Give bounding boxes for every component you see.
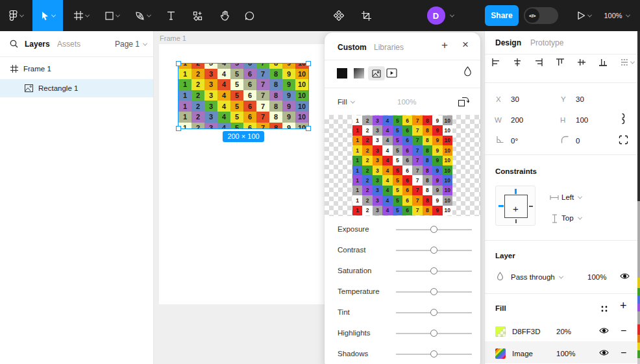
distribute-menu-icon[interactable] (620, 58, 634, 67)
panel-tab-libraries[interactable]: Libraries (374, 43, 404, 52)
width-input[interactable]: 200 (511, 116, 523, 124)
fill-row-d8ff3d[interactable]: D8FF3D20%− (485, 323, 640, 341)
search-icon[interactable] (10, 40, 18, 48)
slider-handle-contrast[interactable] (430, 247, 437, 254)
layer-row-frame-1[interactable]: Frame 1 (0, 60, 153, 78)
image-preview-area[interactable]: 1234567891012345678910123456789101234567… (325, 115, 480, 216)
rotation-input[interactable]: 0° (511, 137, 518, 145)
selection-handle-top-left[interactable] (176, 61, 181, 66)
remove-fill-icon[interactable]: − (621, 325, 626, 337)
fill-type-image-selected[interactable] (368, 66, 385, 80)
slider-track-highlights[interactable] (396, 333, 472, 334)
fill-value-label[interactable]: D8FF3D (512, 328, 540, 335)
dev-mode-toggle[interactable]: </> (524, 7, 558, 24)
tab-layers[interactable]: Layers (25, 40, 50, 49)
move-tool-button[interactable] (32, 0, 63, 31)
slider-track-temperature[interactable] (396, 291, 472, 293)
zoom-menu-button[interactable]: 100% (600, 0, 634, 31)
constraints-widget[interactable]: + (495, 186, 535, 226)
slider-handle-saturation[interactable] (430, 267, 437, 274)
rotate-image-icon[interactable] (458, 96, 469, 107)
slider-track-shadows[interactable] (396, 354, 472, 355)
align-left-icon[interactable] (491, 58, 500, 67)
image-cell: 10 (295, 69, 308, 80)
image-swatch[interactable] (495, 348, 506, 359)
tab-design[interactable]: Design (495, 38, 521, 47)
add-fill-icon[interactable]: + (620, 299, 627, 313)
height-input[interactable]: 100 (576, 116, 588, 124)
sliver-segment (637, 343, 640, 350)
fill-type-gradient-icon[interactable] (354, 68, 364, 79)
fill-visibility-eye-icon[interactable] (599, 327, 609, 334)
constraint-top-tick[interactable] (515, 189, 517, 194)
pen-tool-button[interactable] (129, 0, 157, 31)
x-input[interactable]: 30 (511, 95, 519, 103)
y-input[interactable]: 30 (576, 95, 584, 103)
account-menu-button[interactable]: D (423, 0, 457, 31)
fill-mode-dropdown[interactable]: Fill (338, 98, 354, 106)
align-h-center-icon[interactable] (513, 58, 522, 67)
slider-track-tint[interactable] (396, 312, 472, 313)
constraint-bottom-tick[interactable] (515, 219, 517, 223)
selection-handle-bottom-left[interactable] (176, 126, 181, 131)
independent-corners-icon[interactable] (619, 135, 628, 145)
align-v-center-icon[interactable] (577, 58, 586, 67)
align-bottom-icon[interactable] (598, 58, 608, 67)
slider-track-saturation[interactable] (396, 271, 472, 272)
slider-track-exposure[interactable] (396, 229, 472, 230)
frame-tool-button[interactable] (68, 0, 95, 31)
slider-handle-temperature[interactable] (430, 288, 437, 295)
layer-row-rectangle-1[interactable]: Rectangle 1 (0, 79, 153, 97)
text-tool-button[interactable] (160, 0, 182, 31)
main-menu-button[interactable] (4, 0, 29, 31)
fill-value-label[interactable]: Image (512, 350, 533, 358)
h-constraint-dropdown[interactable]: Left (561, 193, 582, 201)
create-component-button[interactable] (327, 0, 351, 31)
share-button[interactable]: Share (485, 5, 519, 26)
selected-rectangle-image[interactable]: 1234567891012345678910123456789101234567… (178, 64, 308, 128)
panel-tab-custom[interactable]: Custom (338, 43, 367, 52)
corner-radius-input[interactable]: 0 (576, 137, 580, 145)
slider-handle-tint[interactable] (430, 309, 437, 316)
constraint-left-tick[interactable] (498, 205, 504, 207)
align-right-icon[interactable] (534, 58, 543, 67)
remove-fill-icon[interactable]: − (621, 347, 626, 359)
w-label: W (495, 116, 502, 124)
fill-visibility-eye-icon[interactable] (599, 349, 609, 356)
fill-styles-icon[interactable] (600, 305, 608, 313)
tab-assets[interactable]: Assets (57, 40, 80, 49)
constrain-proportions-icon[interactable] (619, 113, 626, 125)
crop-image-button[interactable] (354, 0, 378, 31)
actions-tool-button[interactable] (186, 0, 209, 31)
slider-handle-exposure[interactable] (430, 226, 437, 233)
blend-mode-dropdown[interactable]: Pass through (511, 273, 563, 281)
fill-type-solid-icon[interactable] (337, 68, 347, 79)
image-opacity-value[interactable]: 100% (397, 98, 416, 106)
v-constraint-dropdown[interactable]: Top (561, 214, 582, 222)
selection-handle-bottom-right[interactable] (306, 126, 311, 131)
panel-add-icon[interactable]: + (441, 39, 448, 52)
color-swatch[interactable] (495, 326, 506, 337)
present-button[interactable] (571, 0, 597, 31)
slider-handle-highlights[interactable] (430, 330, 437, 337)
slider-track-contrast[interactable] (396, 250, 472, 251)
layer-visibility-eye-icon[interactable] (620, 273, 630, 280)
layer-opacity-input[interactable]: 100% (587, 273, 606, 281)
shape-tool-button[interactable] (99, 0, 126, 31)
comment-tool-button[interactable] (238, 0, 261, 31)
tab-prototype[interactable]: Prototype (530, 38, 563, 47)
selection-handle-top-right[interactable] (306, 61, 311, 66)
page-selector[interactable]: Page 1 (115, 40, 147, 49)
panel-close-icon[interactable]: × (462, 38, 469, 51)
fill-opacity-input[interactable]: 100% (556, 350, 575, 358)
hand-tool-button[interactable] (213, 0, 236, 31)
align-top-icon[interactable] (556, 58, 565, 67)
slider-handle-shadows[interactable] (430, 350, 437, 358)
constraint-right-tick[interactable] (529, 206, 533, 207)
fill-opacity-input[interactable]: 20% (556, 328, 571, 335)
fill-type-video-icon[interactable] (386, 68, 397, 78)
frame-label[interactable]: Frame 1 (160, 34, 186, 42)
blend-droplet-icon[interactable] (463, 66, 472, 77)
fill-row-image[interactable]: Image100%− (485, 345, 640, 363)
preview-cell: 6 (402, 186, 412, 195)
